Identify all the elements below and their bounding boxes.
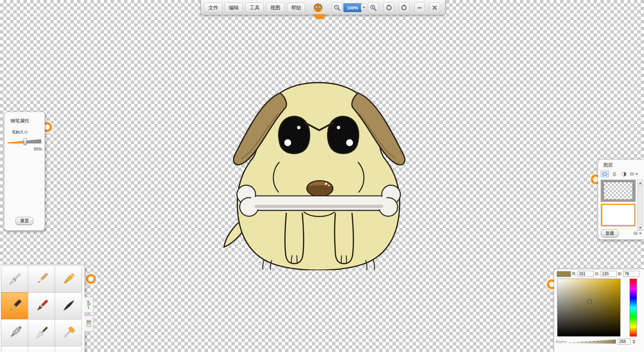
tool-palette-knife[interactable]: [28, 319, 55, 346]
redo-icon: [400, 4, 408, 11]
spinner-down-icon: [633, 342, 635, 344]
reset-button[interactable]: 重置: [15, 217, 34, 225]
rgb-row: R: G: B:: [557, 271, 639, 277]
pen-panel-title: 钢笔属性: [10, 118, 29, 124]
tool-fountain-pen[interactable]: [1, 292, 28, 319]
hue-slider[interactable]: [630, 279, 637, 337]
canvas-artwork-dog[interactable]: [221, 80, 416, 270]
app-logo-icon[interactable]: [313, 2, 323, 12]
tool-paint-tube[interactable]: [1, 346, 28, 352]
g-input[interactable]: [601, 271, 617, 277]
layers-toolbar: [601, 170, 638, 178]
alpha-row: Alpha: [556, 338, 642, 345]
layer-thumbnail: [601, 204, 635, 226]
layer-item-white[interactable]: [601, 204, 636, 226]
alpha-slider[interactable]: [569, 339, 616, 344]
top-toolbar: 文件 编辑 工具 视图 帮助: [201, 0, 445, 15]
tools-grid: [1, 266, 82, 352]
tool-wood-pencil[interactable]: [28, 266, 55, 293]
scroll-up-button[interactable]: [638, 180, 642, 185]
close-button[interactable]: [429, 2, 440, 13]
layer-item-transparent[interactable]: [601, 180, 636, 202]
list-icon: [630, 172, 634, 176]
brush-size-value: 50%: [4, 147, 42, 152]
tool-crayon[interactable]: [55, 346, 82, 352]
undo-icon: [385, 4, 392, 11]
zoom-out-icon: [333, 4, 341, 11]
panel-grip-icon[interactable]: [42, 122, 52, 132]
caret-down-icon: [639, 233, 642, 234]
arrow-down-icon: [639, 227, 642, 229]
caret-down-icon: [635, 173, 638, 175]
zoom-out-button[interactable]: [332, 2, 342, 13]
stamp-icon: [86, 319, 92, 328]
zoom-in-icon: [370, 4, 377, 11]
menu-tools[interactable]: 工具: [246, 3, 264, 12]
b-label: B:: [618, 272, 622, 276]
alpha-slider-thumb[interactable]: [613, 339, 615, 345]
menu-view[interactable]: 视图: [266, 3, 284, 12]
g-label: G:: [595, 272, 599, 276]
dog-right-eye: [328, 116, 359, 154]
blend-mode-icon[interactable]: [620, 171, 628, 177]
color-picker-marker[interactable]: [587, 299, 592, 304]
tool-paint-roller[interactable]: [55, 319, 82, 346]
panel-grip-icon[interactable]: [86, 274, 96, 284]
menu-help[interactable]: 帮助: [287, 3, 305, 12]
dog-left-leg: [285, 213, 304, 263]
tools-side-strip: [85, 297, 93, 334]
foliage-icon: [86, 299, 92, 310]
spinner-up-icon: [633, 340, 635, 341]
close-icon: [432, 5, 438, 11]
zoom-in-button[interactable]: [368, 2, 379, 13]
menu-edit[interactable]: 编辑: [225, 3, 243, 12]
zoom-dropdown-button[interactable]: [361, 4, 367, 11]
arrow-up-icon: [639, 182, 642, 184]
minimize-icon: [417, 5, 423, 11]
layer-select-icon[interactable]: [601, 171, 609, 177]
lock-icon[interactable]: [611, 171, 618, 177]
r-label: R:: [572, 272, 576, 276]
menu-file[interactable]: 文件: [204, 3, 222, 12]
r-input[interactable]: [578, 271, 594, 277]
layers-bottom-bar: 新建: [601, 229, 642, 237]
tool-stamp[interactable]: [85, 315, 94, 332]
list-icon: [633, 231, 638, 235]
tool-steel-nib-pen[interactable]: [1, 266, 28, 293]
brush-size-slider[interactable]: [8, 138, 41, 145]
dog-right-leg: [335, 213, 354, 263]
caret-down-icon: [363, 7, 365, 8]
tool-foliage-brush[interactable]: [85, 297, 94, 313]
redo-button[interactable]: [399, 2, 410, 13]
layers-list: [601, 180, 636, 230]
undo-button[interactable]: [383, 2, 394, 13]
layers-menu-button[interactable]: [630, 172, 638, 176]
current-color-swatch[interactable]: [557, 271, 571, 277]
app-window: { "toolbar": { "menus": ["文件", "编辑", "工具…: [0, 0, 644, 352]
saturation-value-picker[interactable]: [557, 279, 621, 337]
brush-size-label: 笔触大小: [12, 129, 28, 135]
layers-panel: 图层 新建: [598, 159, 644, 240]
alpha-label: Alpha: [556, 340, 567, 344]
panel-grip-icon[interactable]: [547, 279, 557, 289]
minimize-button[interactable]: [414, 2, 425, 13]
b-input[interactable]: [623, 271, 639, 277]
layers-options-button[interactable]: [633, 231, 642, 235]
panel-grip-icon[interactable]: [591, 174, 601, 184]
tool-putty-knife[interactable]: [28, 346, 55, 352]
alpha-spinner[interactable]: [633, 340, 635, 344]
brush-size-slider-thumb[interactable]: [23, 138, 27, 145]
tool-gold-marker[interactable]: [55, 266, 82, 293]
new-layer-button[interactable]: 新建: [601, 229, 619, 237]
pen-properties-panel: 钢笔属性 笔触大小 50% 重置: [4, 112, 45, 231]
tool-airbrush[interactable]: [1, 319, 28, 346]
layer-thumbnail: [603, 182, 633, 200]
tool-red-brush[interactable]: [28, 292, 55, 319]
layers-panel-title: 图层: [603, 162, 613, 168]
layers-scrollbar[interactable]: [637, 180, 643, 231]
alpha-input[interactable]: [618, 339, 631, 345]
tool-ink-quill[interactable]: [55, 292, 82, 319]
color-picker-panel: R: G: B: Alpha: [554, 269, 644, 352]
tools-palette: [0, 264, 85, 352]
zoom-level-input[interactable]: [343, 3, 362, 12]
